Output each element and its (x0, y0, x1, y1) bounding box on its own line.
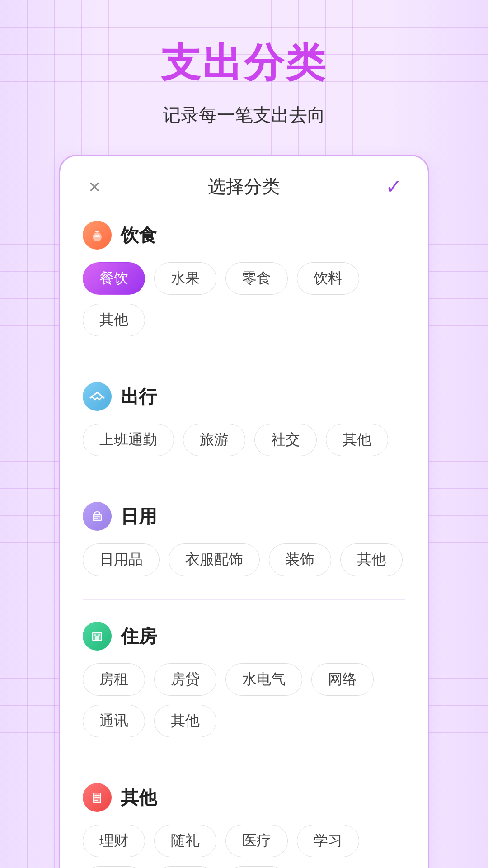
travel-title: 出行 (121, 384, 157, 409)
tag-internet[interactable]: 网络 (311, 663, 374, 696)
tag-telecom[interactable]: 通讯 (83, 705, 145, 737)
divider-3 (83, 599, 405, 600)
daily-icon (83, 502, 112, 531)
tag-finance[interactable]: 理财 (83, 825, 145, 857)
tag-travel-other[interactable]: 其他 (326, 424, 388, 456)
food-title: 饮食 (121, 223, 157, 248)
card-title: 选择分类 (208, 174, 280, 199)
other-tags: 理财 随礼 医疗 学习 健身 兴趣 其他 (83, 825, 405, 868)
section-daily: 日用 日用品 衣服配饰 装饰 其他 (83, 502, 405, 576)
tag-medical[interactable]: 医疗 (225, 825, 288, 857)
svg-rect-7 (94, 634, 96, 636)
tag-food-other[interactable]: 其他 (83, 304, 145, 336)
section-travel: 出行 上班通勤 旅游 社交 其他 (83, 382, 405, 456)
tag-lingshi[interactable]: 零食 (225, 262, 288, 295)
divider-4 (83, 761, 405, 761)
tag-hobbies[interactable]: 兴趣 (154, 866, 216, 868)
tag-daily-other[interactable]: 其他 (340, 543, 403, 576)
other-icon (83, 783, 112, 812)
tag-decor[interactable]: 装饰 (269, 543, 331, 576)
tag-daily-goods[interactable]: 日用品 (83, 543, 160, 576)
daily-title: 日用 (121, 504, 157, 529)
svg-rect-1 (95, 231, 99, 232)
tag-utilities[interactable]: 水电气 (225, 663, 302, 696)
page-subtitle: 记录每一笔支出去向 (163, 103, 325, 127)
section-housing: 住房 房租 房贷 水电气 网络 通讯 其他 (83, 622, 405, 737)
svg-rect-2 (93, 514, 101, 521)
tag-canyin[interactable]: 餐饮 (83, 262, 145, 295)
food-icon (83, 221, 112, 250)
divider-1 (83, 360, 405, 360)
tag-education[interactable]: 学习 (297, 825, 359, 857)
section-other: 其他 理财 随礼 医疗 学习 健身 兴趣 其他 (83, 783, 405, 868)
svg-rect-6 (95, 636, 99, 641)
section-travel-header: 出行 (83, 382, 405, 411)
section-food-header: 饮食 (83, 221, 405, 250)
housing-tags: 房租 房贷 水电气 网络 通讯 其他 (83, 663, 405, 737)
section-other-header: 其他 (83, 783, 405, 812)
divider-2 (83, 480, 405, 480)
page-title: 支出分类 (161, 36, 327, 90)
tag-housing-other[interactable]: 其他 (154, 705, 216, 737)
category-card: × 选择分类 ✓ 饮食 餐饮 水果 零食 饮料 (59, 155, 429, 868)
card-header: × 选择分类 ✓ (83, 174, 405, 199)
travel-tags: 上班通勤 旅游 社交 其他 (83, 424, 405, 456)
travel-icon (83, 382, 112, 411)
tag-clothing[interactable]: 衣服配饰 (169, 543, 260, 576)
housing-title: 住房 (121, 624, 157, 649)
page-content: 支出分类 记录每一笔支出去向 × 选择分类 ✓ 饮食 餐饮 (0, 0, 488, 868)
tag-mortgage[interactable]: 房贷 (154, 663, 216, 696)
svg-rect-8 (98, 634, 100, 636)
tag-yinliao[interactable]: 饮料 (297, 262, 359, 295)
food-tags: 餐饮 水果 零食 饮料 其他 (83, 262, 405, 336)
tag-social[interactable]: 社交 (254, 424, 317, 456)
tag-rent[interactable]: 房租 (83, 663, 145, 696)
tag-gifts[interactable]: 随礼 (154, 825, 216, 857)
tag-shuiguo[interactable]: 水果 (154, 262, 216, 295)
section-food: 饮食 餐饮 水果 零食 饮料 其他 (83, 221, 405, 336)
section-daily-header: 日用 (83, 502, 405, 531)
housing-icon (83, 622, 112, 651)
tag-tourism[interactable]: 旅游 (183, 424, 245, 456)
section-housing-header: 住房 (83, 622, 405, 651)
confirm-button[interactable]: ✓ (382, 175, 405, 198)
tag-fitness[interactable]: 健身 (83, 866, 145, 868)
daily-tags: 日用品 衣服配饰 装饰 其他 (83, 543, 405, 576)
close-button[interactable]: × (83, 175, 106, 198)
other-title: 其他 (121, 785, 157, 810)
tag-other-other[interactable]: 其他 (225, 866, 288, 868)
tag-commute[interactable]: 上班通勤 (83, 424, 174, 456)
